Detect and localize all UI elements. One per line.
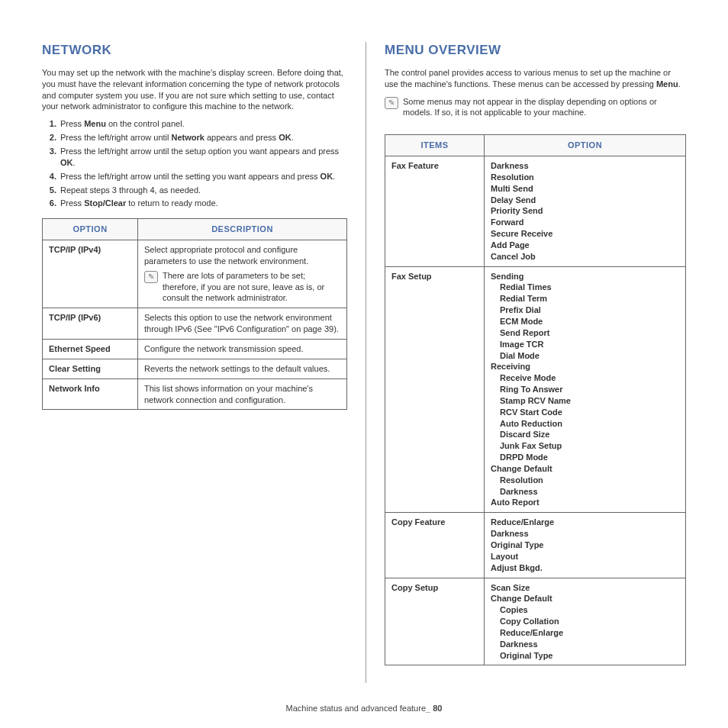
list-item: Auto Reduction (500, 418, 679, 430)
intro-text: . (678, 79, 681, 89)
list-item: Prefix Dial (500, 304, 679, 316)
option-cell: DarknessResolutionMulti SendDelay SendPr… (485, 156, 686, 267)
table-row: Network Info This list shows information… (43, 378, 347, 410)
list-item: Darkness (500, 639, 679, 650)
list-item: Send Report (500, 327, 679, 339)
footer-page-number: _ 80 (426, 704, 442, 713)
network-steps-list: Press Menu on the control panel. Press t… (42, 118, 347, 209)
table-row: TCP/IP (IPv6) Selects this option to use… (43, 308, 347, 340)
step-bold: Network (172, 133, 205, 142)
description-cell: Selects this option to use the network e… (138, 308, 347, 340)
page-footer: Machine status and advanced feature_ 80 (0, 703, 728, 714)
list-item: Resolution (491, 172, 679, 183)
list-item: Junk Fax Setup (500, 440, 679, 452)
option-cell: SendingRedial TimesRedial TermPrefix Dia… (485, 266, 686, 513)
table-row: Fax Setup SendingRedial TimesRedial Term… (385, 266, 686, 513)
menu-note: ✎ Some menus may not appear in the displ… (385, 96, 686, 119)
list-item: Layout (491, 551, 679, 562)
step-text: Press (60, 198, 84, 208)
step-bold: OK (60, 158, 73, 167)
list-item: Original Type (491, 540, 679, 551)
option-list: SendingRedial TimesRedial TermPrefix Dia… (491, 271, 679, 509)
list-item: Multi Send (491, 183, 679, 195)
step-text: to return to ready mode. (126, 198, 217, 208)
step-text: on the control panel. (106, 119, 185, 128)
list-item: Stamp RCV Name (500, 395, 679, 407)
list-item: Receiving (491, 361, 679, 372)
document-page: Network You may set up the network with … (0, 0, 728, 728)
list-item: Add Page (491, 240, 679, 251)
table-header-row: Option Description (43, 219, 347, 240)
list-item: Cancel Job (491, 251, 679, 263)
step-bold: Menu (84, 119, 106, 128)
list-item: Receive Mode (500, 372, 679, 384)
step-bold: OK (321, 172, 333, 181)
list-item: Copies (500, 604, 679, 616)
description-cell: This list shows information on your mach… (138, 378, 347, 410)
footer-text: Machine status and advanced feature (286, 704, 426, 713)
menu-overview-table: Items Option Fax Feature DarknessResolut… (385, 134, 686, 665)
col-option-header: Option (43, 219, 138, 240)
table-header-row: Items Option (385, 135, 686, 156)
network-options-table: Option Description TCP/IP (IPv4) Select … (42, 218, 347, 410)
option-cell: Ethernet Speed (43, 339, 138, 359)
step-4: Press the left/right arrow until the set… (59, 171, 347, 182)
list-item: Auto Report (491, 497, 679, 508)
list-item: DRPD Mode (500, 452, 679, 463)
list-item: Change Default (491, 593, 679, 604)
table-row: TCP/IP (IPv4) Select appropriate protoco… (43, 240, 347, 308)
network-heading: Network (42, 42, 347, 60)
list-item: ECM Mode (500, 316, 679, 327)
list-item: Resolution (500, 475, 679, 486)
list-item: Scan Size (491, 582, 679, 594)
list-item: Sending (491, 271, 679, 282)
list-item: Change Default (491, 463, 679, 475)
step-3: Press the left/right arrow until the set… (59, 146, 347, 169)
left-column: Network You may set up the network with … (42, 42, 347, 683)
list-item: Image TCR (500, 339, 679, 350)
option-list: DarknessResolutionMulti SendDelay SendPr… (491, 160, 679, 263)
option-cell: Reduce/EnlargeDarknessOriginal TypeLayou… (485, 513, 686, 578)
step-text: appears and press (205, 133, 279, 142)
list-item: Reduce/Enlarge (500, 627, 679, 639)
list-item: Discard Size (500, 429, 679, 440)
list-item: Redial Times (500, 282, 679, 293)
step-text: Press (60, 119, 84, 128)
step-2: Press the left/right arrow until Network… (59, 132, 347, 143)
step-text: . (333, 172, 335, 181)
desc-text: Select appropriate protocol and configur… (144, 244, 340, 267)
option-list: Reduce/EnlargeDarknessOriginal TypeLayou… (491, 517, 679, 573)
col-option-header: Option (485, 135, 686, 156)
option-cell: Clear Setting (43, 359, 138, 378)
list-item: Adjust Bkgd. (491, 562, 679, 574)
menu-overview-heading: Menu Overview (385, 42, 686, 60)
description-cell: Select appropriate protocol and configur… (138, 240, 347, 308)
note-text: Some menus may not appear in the display… (403, 96, 686, 119)
list-item: Forward (491, 217, 679, 228)
right-column: Menu Overview The control panel provides… (385, 42, 686, 683)
option-cell: Scan SizeChange DefaultCopiesCopy Collat… (485, 578, 686, 665)
column-layout: Network You may set up the network with … (42, 42, 686, 683)
column-divider (366, 42, 366, 683)
note-icon: ✎ (144, 271, 158, 283)
step-bold: OK (279, 133, 292, 142)
intro-text: The control panel provides access to var… (385, 68, 671, 89)
step-bold: Stop/Clear (84, 198, 126, 208)
table-row: Copy Feature Reduce/EnlargeDarknessOrigi… (385, 513, 686, 578)
description-cell: Reverts the network settings to the defa… (138, 359, 347, 378)
items-cell: Copy Feature (385, 513, 485, 578)
list-item: Copy Collation (500, 616, 679, 627)
list-item: Dial Mode (500, 350, 679, 362)
list-item: Darkness (491, 160, 679, 172)
note-text: There are lots of parameters to be set; … (163, 270, 340, 304)
list-item: Secure Receive (491, 228, 679, 240)
list-item: Ring To Answer (500, 384, 679, 395)
table-row: Clear Setting Reverts the network settin… (43, 359, 347, 378)
option-cell: TCP/IP (IPv6) (43, 308, 138, 340)
table-row: Copy Setup Scan SizeChange DefaultCopies… (385, 578, 686, 665)
list-item: Darkness (500, 486, 679, 498)
list-item: Redial Term (500, 293, 679, 304)
col-description-header: Description (138, 219, 347, 240)
description-cell: Configure the network transmission speed… (138, 339, 347, 359)
menu-intro: The control panel provides access to var… (385, 67, 686, 90)
